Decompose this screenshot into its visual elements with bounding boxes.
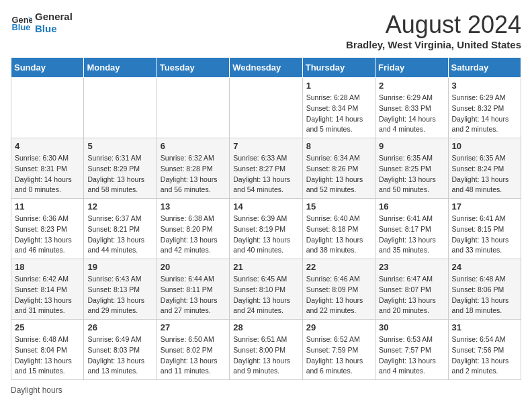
- day-info: Sunrise: 6:29 AMSunset: 8:33 PMDaylight:…: [379, 93, 444, 135]
- weekday-header: Sunday: [11, 58, 84, 78]
- calendar-week-row: 1Sunrise: 6:28 AMSunset: 8:34 PMDaylight…: [11, 78, 521, 138]
- day-number: 19: [87, 262, 152, 272]
- calendar-table: SundayMondayTuesdayWednesdayThursdayFrid…: [11, 57, 521, 380]
- day-number: 22: [306, 262, 371, 272]
- day-info: Sunrise: 6:51 AMSunset: 8:00 PMDaylight:…: [233, 334, 298, 377]
- calendar-cell: 14Sunrise: 6:39 AMSunset: 8:19 PMDayligh…: [230, 199, 302, 259]
- day-info: Sunrise: 6:31 AMSunset: 8:29 PMDaylight:…: [87, 153, 152, 195]
- calendar-cell: 5Sunrise: 6:31 AMSunset: 8:29 PMDaylight…: [84, 138, 157, 199]
- calendar-cell: 18Sunrise: 6:42 AMSunset: 8:14 PMDayligh…: [11, 259, 84, 320]
- day-number: 4: [15, 141, 80, 151]
- calendar-cell: 4Sunrise: 6:30 AMSunset: 8:31 PMDaylight…: [11, 138, 84, 199]
- logo: General Blue General Blue: [11, 11, 73, 35]
- calendar-cell: 6Sunrise: 6:32 AMSunset: 8:28 PMDaylight…: [157, 138, 229, 199]
- logo-line2: Blue: [35, 23, 73, 35]
- day-number: 8: [306, 141, 371, 151]
- day-number: 27: [161, 322, 226, 332]
- day-number: 18: [15, 262, 80, 272]
- calendar-cell: 20Sunrise: 6:44 AMSunset: 8:11 PMDayligh…: [157, 259, 229, 320]
- day-info: Sunrise: 6:43 AMSunset: 8:13 PMDaylight:…: [87, 274, 152, 316]
- calendar-cell: 12Sunrise: 6:37 AMSunset: 8:21 PMDayligh…: [84, 199, 157, 259]
- day-number: 1: [306, 81, 371, 91]
- day-number: 25: [15, 322, 80, 332]
- day-info: Sunrise: 6:40 AMSunset: 8:18 PMDaylight:…: [306, 214, 371, 256]
- calendar-cell: [157, 78, 229, 138]
- calendar-cell: 31Sunrise: 6:54 AMSunset: 7:56 PMDayligh…: [448, 320, 521, 380]
- day-number: 12: [87, 201, 152, 212]
- day-number: 16: [379, 201, 444, 212]
- calendar-week-row: 18Sunrise: 6:42 AMSunset: 8:14 PMDayligh…: [11, 259, 521, 320]
- day-number: 24: [452, 262, 517, 272]
- day-info: Sunrise: 6:37 AMSunset: 8:21 PMDaylight:…: [87, 214, 152, 256]
- calendar-cell: 1Sunrise: 6:28 AMSunset: 8:34 PMDaylight…: [302, 78, 375, 138]
- day-number: 28: [233, 322, 298, 332]
- day-info: Sunrise: 6:46 AMSunset: 8:09 PMDaylight:…: [306, 274, 371, 316]
- calendar-cell: 16Sunrise: 6:41 AMSunset: 8:17 PMDayligh…: [375, 199, 448, 259]
- day-info: Sunrise: 6:41 AMSunset: 8:15 PMDaylight:…: [452, 214, 517, 256]
- day-number: 14: [233, 201, 298, 212]
- weekday-header: Monday: [84, 58, 157, 78]
- logo-icon: General Blue: [11, 12, 32, 34]
- svg-text:Blue: Blue: [12, 22, 31, 32]
- day-info: Sunrise: 6:49 AMSunset: 8:03 PMDaylight:…: [87, 334, 152, 377]
- title-area: August 2024 Bradley, West Virginia, Unit…: [346, 11, 521, 50]
- day-number: 10: [452, 141, 517, 151]
- calendar-cell: 17Sunrise: 6:41 AMSunset: 8:15 PMDayligh…: [448, 199, 521, 259]
- day-number: 9: [379, 141, 444, 151]
- calendar-cell: 3Sunrise: 6:29 AMSunset: 8:32 PMDaylight…: [448, 78, 521, 138]
- day-info: Sunrise: 6:29 AMSunset: 8:32 PMDaylight:…: [452, 93, 517, 135]
- day-number: 11: [15, 201, 80, 212]
- calendar-cell: 7Sunrise: 6:33 AMSunset: 8:27 PMDaylight…: [230, 138, 302, 199]
- calendar-cell: [11, 78, 84, 138]
- calendar-cell: 11Sunrise: 6:36 AMSunset: 8:23 PMDayligh…: [11, 199, 84, 259]
- day-number: 2: [379, 81, 444, 91]
- weekday-header: Wednesday: [230, 58, 302, 78]
- calendar-cell: 29Sunrise: 6:52 AMSunset: 7:59 PMDayligh…: [302, 320, 375, 380]
- day-number: 21: [233, 262, 298, 272]
- day-number: 13: [161, 201, 226, 212]
- day-number: 3: [452, 81, 517, 91]
- page-header: General Blue General Blue August 2024 Br…: [11, 11, 521, 50]
- calendar-cell: 13Sunrise: 6:38 AMSunset: 8:20 PMDayligh…: [157, 199, 229, 259]
- logo-line1: General: [35, 11, 73, 23]
- day-info: Sunrise: 6:41 AMSunset: 8:17 PMDaylight:…: [379, 214, 444, 256]
- day-info: Sunrise: 6:42 AMSunset: 8:14 PMDaylight:…: [15, 274, 80, 316]
- calendar-week-row: 4Sunrise: 6:30 AMSunset: 8:31 PMDaylight…: [11, 138, 521, 199]
- day-info: Sunrise: 6:30 AMSunset: 8:31 PMDaylight:…: [15, 153, 80, 195]
- day-info: Sunrise: 6:34 AMSunset: 8:26 PMDaylight:…: [306, 153, 371, 195]
- calendar-cell: 15Sunrise: 6:40 AMSunset: 8:18 PMDayligh…: [302, 199, 375, 259]
- day-info: Sunrise: 6:52 AMSunset: 7:59 PMDaylight:…: [306, 334, 371, 377]
- calendar-cell: 8Sunrise: 6:34 AMSunset: 8:26 PMDaylight…: [302, 138, 375, 199]
- day-info: Sunrise: 6:35 AMSunset: 8:24 PMDaylight:…: [452, 153, 517, 195]
- calendar-cell: 22Sunrise: 6:46 AMSunset: 8:09 PMDayligh…: [302, 259, 375, 320]
- day-info: Sunrise: 6:38 AMSunset: 8:20 PMDaylight:…: [161, 214, 226, 256]
- day-info: Sunrise: 6:47 AMSunset: 8:07 PMDaylight:…: [379, 274, 444, 316]
- location: Bradley, West Virginia, United States: [346, 39, 521, 50]
- calendar-cell: 27Sunrise: 6:50 AMSunset: 8:02 PMDayligh…: [157, 320, 229, 380]
- calendar-cell: 10Sunrise: 6:35 AMSunset: 8:24 PMDayligh…: [448, 138, 521, 199]
- calendar-cell: 21Sunrise: 6:45 AMSunset: 8:10 PMDayligh…: [230, 259, 302, 320]
- day-number: 17: [452, 201, 517, 212]
- day-info: Sunrise: 6:53 AMSunset: 7:57 PMDaylight:…: [379, 334, 444, 377]
- calendar-cell: 30Sunrise: 6:53 AMSunset: 7:57 PMDayligh…: [375, 320, 448, 380]
- calendar-cell: [84, 78, 157, 138]
- day-number: 30: [379, 322, 444, 332]
- calendar-cell: 25Sunrise: 6:48 AMSunset: 8:04 PMDayligh…: [11, 320, 84, 380]
- day-number: 15: [306, 201, 371, 212]
- day-number: 20: [161, 262, 226, 272]
- calendar-cell: 2Sunrise: 6:29 AMSunset: 8:33 PMDaylight…: [375, 78, 448, 138]
- day-info: Sunrise: 6:32 AMSunset: 8:28 PMDaylight:…: [161, 153, 226, 195]
- day-info: Sunrise: 6:35 AMSunset: 8:25 PMDaylight:…: [379, 153, 444, 195]
- weekday-header: Tuesday: [157, 58, 229, 78]
- day-number: 7: [233, 141, 298, 151]
- day-info: Sunrise: 6:48 AMSunset: 8:06 PMDaylight:…: [452, 274, 517, 316]
- day-info: Sunrise: 6:28 AMSunset: 8:34 PMDaylight:…: [306, 93, 371, 135]
- month-title: August 2024: [346, 11, 521, 39]
- day-number: 23: [379, 262, 444, 272]
- weekday-header: Saturday: [448, 58, 521, 78]
- day-info: Sunrise: 6:39 AMSunset: 8:19 PMDaylight:…: [233, 214, 298, 256]
- day-info: Sunrise: 6:48 AMSunset: 8:04 PMDaylight:…: [15, 334, 80, 377]
- calendar-cell: 19Sunrise: 6:43 AMSunset: 8:13 PMDayligh…: [84, 259, 157, 320]
- footer-note: Daylight hours: [11, 385, 521, 395]
- day-info: Sunrise: 6:54 AMSunset: 7:56 PMDaylight:…: [452, 334, 517, 377]
